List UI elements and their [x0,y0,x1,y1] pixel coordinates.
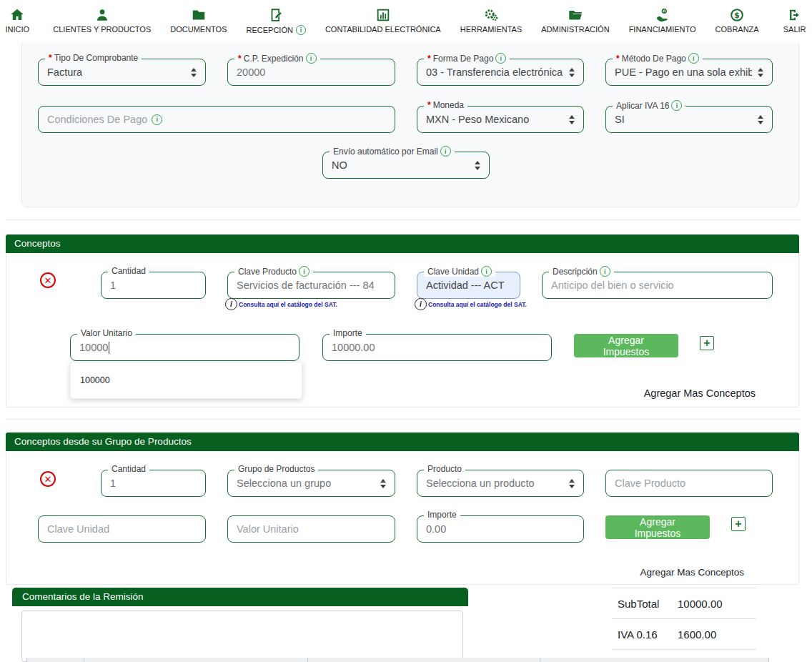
next-table-edge [26,658,768,662]
info-icon[interactable]: i [688,53,699,64]
info-icon[interactable]: i [481,266,492,277]
grupo-importe-input[interactable]: Importe 0.00 [417,515,584,543]
hand-money-icon [655,7,670,23]
cp-expedicion-input[interactable]: *C.P. Expedicióni 20000 [227,59,395,86]
grupo-valor-unitario-input[interactable]: Valor Unitario [227,515,395,543]
tipo-comprobante-select[interactable]: *Tipo De Comprobante Factura [38,59,206,86]
info-icon[interactable]: i [152,114,162,125]
agregar-mas-conceptos-link[interactable]: Agregar Mas Conceptos [640,567,744,578]
aplicar-iva-value: SI [615,114,625,125]
field-label: Forma De Pago [433,54,494,64]
field-label: Método De Pago [622,54,686,64]
grupo-clave-producto-placeholder: Clave Producto [615,478,685,489]
clave-unidad-input[interactable]: Clave Unidadi Actividad --- ACT [417,272,520,299]
nav-item-label: RECEPCIÓNi [247,25,306,35]
grupo-clave-unidad-input[interactable]: Clave Unidad [38,515,206,543]
catalogo-sat-link[interactable]: i Consulta aquí el catálogo del SAT. [225,298,337,310]
info-icon[interactable]: i [671,100,682,111]
exit-icon [787,7,803,23]
valor-unitario-input[interactable]: Valor Unitario 10000 [70,334,299,361]
field-label: Grupo de Productos [238,464,315,474]
delete-concepto-icon[interactable]: ✕ [40,471,56,487]
nav-item-label: INICIO [6,25,30,34]
field-label: Clave Unidad [427,267,479,277]
field-label: C.P. Expedición [244,54,304,64]
iva-row: IVA 0.16 1600.00 [612,619,756,650]
comentarios-textarea[interactable] [21,611,463,662]
subtotal-row: SubTotal 10000.00 [612,588,756,619]
dollar-circle-icon: $ [729,7,745,23]
catalogo-sat-link[interactable]: i Consulta aquí el catálogo del SAT. [415,298,527,310]
cantidad-input[interactable]: Cantidad 1 [101,272,206,299]
forma-pago-select[interactable]: *Forma De Pagoi 03 - Transferencia elect… [417,59,584,86]
grupo-cantidad-input[interactable]: Cantidad 1 [101,470,206,497]
nav-item-financiamiento[interactable]: FINANCIAMIENTO [629,7,696,34]
nav-item-label: HERRAMIENTAS [460,25,523,34]
select-arrows-icon [752,115,763,124]
descripcion-value: Anticipo del bien o servicio [551,280,674,291]
field-label: Importe [427,510,457,520]
delete-concepto-icon[interactable]: ✕ [40,272,56,288]
info-icon[interactable]: i [306,53,317,64]
comprobante-panel: *Tipo De Comprobante Factura *C.P. Exped… [21,43,799,207]
info-icon[interactable]: i [495,53,506,64]
folder-icon [191,7,207,23]
producto-select[interactable]: Producto Selecciona un producto [417,470,584,497]
nav-item-herramientas[interactable]: HERRAMIENTAS [460,7,523,34]
divider [6,419,801,420]
text-caret [109,342,109,354]
select-arrows-icon [563,115,575,124]
nav-item-cobranza[interactable]: $ COBRANZA [716,7,759,34]
info-icon[interactable]: i [296,25,306,35]
condiciones-pago-input[interactable]: Condiciones De Pago i [38,106,395,133]
info-icon[interactable]: i [440,146,451,157]
grupo-productos-select[interactable]: Grupo de Productos Selecciona un grupo [227,470,395,497]
nav-item-salir[interactable]: SALIR [778,7,811,34]
importe-value: 10000.00 [332,342,375,353]
clave-producto-input[interactable]: Clave Productoi Servicios de facturación… [227,272,395,299]
info-icon[interactable]: i [299,266,310,277]
nav-item-label: CONTABILIDAD ELECTRÓNICA [325,25,441,34]
field-label: Clave Producto [238,267,297,277]
person-icon [94,7,110,23]
info-icon[interactable]: i [600,266,610,277]
nav-item-label: DOCUMENTOS [170,25,227,34]
aplicar-iva-select[interactable]: Aplicar IVA 16i SI [605,106,773,133]
field-label: Cantidad [112,464,146,474]
cp-expedicion-value: 20000 [237,66,265,78]
nav-item-clientes-y-productos[interactable]: CLIENTES Y PRODUCTOS [53,7,151,34]
gears-icon [483,7,499,23]
nav-item-recepcion[interactable]: RECEPCIÓNi [247,7,306,35]
agregar-impuestos-button[interactable]: Agregar Impuestos [605,515,710,539]
nav-item-inicio[interactable]: INICIO [1,7,34,34]
nav-item-label: FINANCIAMIENTO [629,25,696,34]
moneda-select[interactable]: *Moneda MXN - Peso Mexicano [417,106,584,133]
field-label: Importe [333,328,362,338]
totals-table: SubTotal 10000.00 IVA 0.16 1600.00 [612,588,756,650]
grupo-clave-producto-input[interactable]: Clave Producto [605,470,773,497]
add-concepto-row-icon[interactable]: + [731,517,746,531]
cantidad-value: 1 [110,280,116,291]
nav-item-documentos[interactable]: DOCUMENTOS [170,7,227,34]
comentarios-panel-title: Comentarios de la Remisión [12,588,468,606]
grupo-valor-unitario-placeholder: Valor Unitario [237,523,299,535]
open-folder-icon [568,7,583,23]
select-arrows-icon [563,479,575,488]
metodo-pago-value: PUE - Pago en una sola exhibición [615,66,752,78]
importe-input[interactable]: Importe 10000.00 [322,334,552,361]
bar-chart-icon [375,7,391,23]
nav-item-administracion[interactable]: ADMINISTRACIÓN [541,7,609,34]
nav-item-contabilidad-electronica[interactable]: CONTABILIDAD ELECTRÓNICA [325,7,441,34]
add-concepto-row-icon[interactable]: + [700,336,714,350]
field-label: Aplicar IVA 16 [616,101,669,111]
descripcion-input[interactable]: Descripcióni Anticipo del bien o servici… [542,272,773,299]
autocomplete-option[interactable]: 100000 [71,375,119,385]
envio-email-select[interactable]: Envío automático por Emaili NO [322,152,490,179]
metodo-pago-select[interactable]: *Método De Pagoi PUE - Pago en una sola … [605,59,773,86]
grupo-productos-value: Selecciona un grupo [237,478,331,489]
field-label: Descripción [553,267,598,277]
agregar-impuestos-button[interactable]: Agregar Impuestos [574,334,678,357]
document-pencil-icon [268,7,284,23]
grupo-importe-value: 0.00 [426,523,446,535]
agregar-mas-conceptos-link[interactable]: Agregar Mas Conceptos [644,387,756,399]
